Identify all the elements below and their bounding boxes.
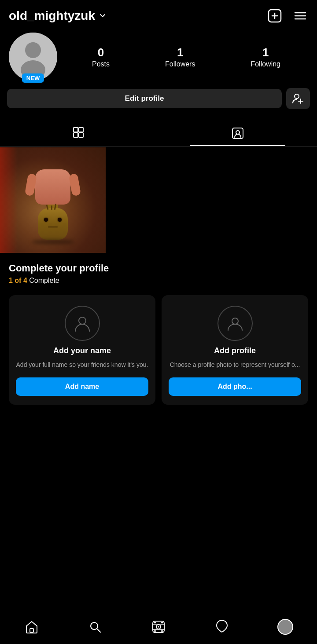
svg-point-18 — [79, 317, 86, 324]
followers-count: 1 — [177, 46, 183, 59]
add-name-card: Add your name Add your full name so your… — [9, 295, 155, 405]
nav-search[interactable] — [77, 614, 113, 640]
cards-row: Add your name Add your full name so your… — [0, 289, 317, 412]
complete-profile-title: Complete your profile — [9, 263, 308, 274]
grid-row — [0, 147, 317, 253]
add-name-icon — [65, 306, 100, 341]
bottom-nav — [0, 609, 317, 644]
svg-point-9 — [295, 94, 299, 99]
add-post-button[interactable] — [267, 8, 283, 24]
chevron-down-icon[interactable] — [99, 12, 107, 20]
tab-tagged[interactable] — [158, 121, 317, 146]
add-photo-card: Add profile Choose a profile photo to re… — [162, 295, 308, 405]
svg-rect-13 — [79, 128, 83, 132]
tabs-row — [0, 121, 317, 146]
add-friend-button[interactable] — [286, 88, 310, 109]
avatar-container: NEW — [9, 33, 57, 81]
complete-profile-progress: 1 of 4 Complete — [9, 277, 308, 285]
following-stat[interactable]: 1 Following — [251, 46, 280, 68]
username[interactable]: old_mightyzuk — [9, 9, 95, 23]
empty-cell-3 — [212, 147, 317, 253]
header-left: old_mightyzuk — [9, 9, 107, 23]
svg-point-17 — [236, 131, 240, 134]
add-name-title: Add your name — [53, 346, 111, 355]
edit-profile-button[interactable]: Edit profile — [7, 89, 282, 108]
nav-home[interactable] — [14, 614, 49, 640]
add-name-button[interactable]: Add name — [16, 377, 148, 396]
svg-point-7 — [25, 42, 41, 58]
posts-count: 0 — [98, 46, 104, 59]
progress-complete: Complete — [27, 277, 59, 284]
followers-label: Followers — [165, 60, 195, 68]
svg-rect-20 — [30, 629, 33, 632]
svg-rect-12 — [74, 128, 78, 132]
nav-reels[interactable] — [141, 614, 176, 640]
nav-profile-avatar — [277, 619, 293, 635]
add-photo-button[interactable]: Add pho... — [169, 377, 301, 396]
svg-rect-15 — [79, 133, 83, 137]
complete-profile-section: Complete your profile 1 of 4 Complete — [0, 254, 317, 289]
add-photo-icon — [217, 306, 253, 341]
post-thumbnail-1[interactable] — [0, 147, 106, 253]
following-label: Following — [251, 60, 280, 68]
svg-point-19 — [232, 318, 238, 324]
add-name-description: Add your full name so your friends know … — [16, 361, 148, 370]
following-count: 1 — [262, 46, 269, 59]
nav-profile[interactable] — [268, 614, 303, 640]
new-badge: NEW — [22, 73, 44, 83]
menu-button[interactable] — [292, 8, 308, 24]
empty-cell-2 — [107, 147, 211, 253]
action-buttons: Edit profile — [0, 88, 317, 116]
svg-point-28 — [154, 622, 156, 623]
svg-point-31 — [161, 630, 163, 632]
add-photo-title: Add profile — [214, 346, 256, 355]
progress-fraction: 1 of 4 — [9, 277, 27, 284]
svg-rect-14 — [74, 133, 78, 137]
svg-point-25 — [158, 626, 159, 627]
svg-line-22 — [97, 629, 100, 632]
posts-label: Posts — [92, 60, 110, 68]
content-area — [0, 146, 317, 254]
svg-point-29 — [161, 622, 163, 623]
tab-grid[interactable] — [0, 121, 158, 146]
posts-stat[interactable]: 0 Posts — [92, 46, 110, 68]
stats-row: 0 Posts 1 Followers 1 Following — [64, 46, 308, 68]
header-right — [267, 8, 308, 24]
profile-section: NEW 0 Posts 1 Followers 1 Following — [0, 28, 317, 88]
svg-point-30 — [154, 630, 156, 632]
add-photo-description: Choose a profile photo to represent your… — [170, 361, 300, 370]
followers-stat[interactable]: 1 Followers — [165, 46, 195, 68]
header: old_mightyzuk — [0, 0, 317, 28]
svg-rect-16 — [232, 128, 243, 139]
nav-activity[interactable] — [204, 614, 240, 640]
